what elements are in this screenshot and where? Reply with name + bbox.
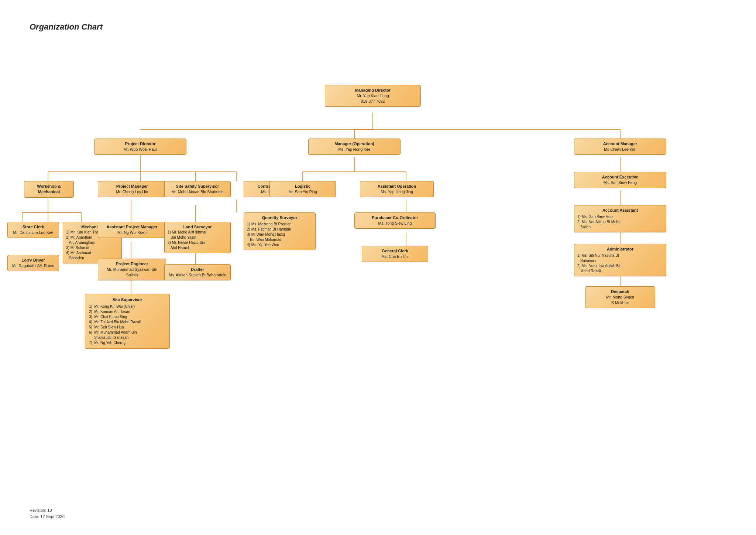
despatch-title: Despatch (588, 289, 652, 294)
general-clerk-box: General Clerk Ms. Cha En Chi (362, 246, 428, 262)
account-assistant-box: Account Assistant 1) Ms. Gan Siew Hoon 2… (574, 205, 666, 232)
project-engineer-box: Project Engineer Mr. Muhammad Syazwan Bi… (98, 259, 166, 280)
project-director-title: Project Director (97, 141, 183, 147)
workshop-mechanical-label: Mechanical (27, 189, 71, 195)
purchaser-coordinator-box: Purchaser Co-Ordinator Ms. Tong Siew Lin… (354, 212, 436, 229)
lorry-driver-title: Lorry Driver (11, 258, 56, 263)
store-clerk-title: Store Clerk (11, 224, 56, 230)
administrator-box: Administrator 1) Ms. Siti Nur Nasuha Bt … (574, 244, 666, 276)
site-safety-name: Mr. Mohd Aiman Bin Shabudin (168, 189, 227, 195)
account-executive-name: Ms. Sim Siow Feng (577, 180, 663, 185)
manager-operation-box: Manager (Operation) Ms. Yap Hong Kee (308, 139, 401, 155)
manager-operation-name: Ms. Yap Hong Kee (312, 147, 397, 152)
manager-operation-title: Manager (Operation) (312, 141, 397, 147)
drafter-title: Drafter (168, 267, 227, 272)
assistant-operation-title: Assistant Operation (363, 184, 430, 189)
lorry-driver-name: Mr. Ragubathi A/L Ramu (11, 263, 56, 269)
account-manager-name: Ms Chiew Lee Kim (577, 147, 663, 152)
land-surveyor-box: Land Surveyor 1) Mr. Mohd Aliff Ikhmal B… (164, 222, 231, 253)
connector-lines (0, 41, 756, 521)
land-surveyor-title: Land Surveyor (168, 224, 227, 230)
revision: Revision: 10 (30, 507, 65, 514)
general-clerk-title: General Clerk (365, 248, 425, 254)
account-assistant-names: 1) Ms. Gan Siew Hoon 2) Ms. Nor Atikah B… (577, 214, 663, 230)
account-assistant-title: Account Assistant (577, 208, 663, 213)
administrator-title: Administrator (577, 246, 663, 252)
managing-director-box: Managing Director Mr. Yap Kian Hong 019-… (325, 85, 421, 107)
managing-director-name: Mr. Yap Kian Hong (328, 93, 417, 99)
quantity-surveyor-title: Quantity Surveyor (247, 215, 312, 221)
purchaser-name: Ms. Tong Siew Ling (358, 221, 432, 226)
land-surveyor-names: 1) Mr. Mohd Aliff Ikhmal Bin Mohd Yasin … (168, 230, 227, 251)
account-manager-box: Account Manager Ms Chiew Lee Kim (574, 139, 666, 155)
asst-pm-title: Assistant Project Manager (101, 224, 163, 230)
quantity-surveyor-names: 1) Ms. Mazrena Bt Rosslan 2) Ms. Fatimah… (247, 222, 312, 248)
date: Date: 17 Sept 2020 (30, 514, 65, 520)
workshop-title: Workshop & (27, 184, 71, 189)
site-supervisor-title: Site Supervisor (89, 297, 166, 303)
account-executive-title: Account Executive (577, 174, 663, 180)
despatch-box: Despatch Mr. Mohd SyukriB Mokhtar (585, 286, 655, 308)
store-clerk-box: Store Clerk Mr. Derick Lim Luo Kee (7, 222, 59, 238)
account-executive-box: Account Executive Ms. Sim Siow Feng (574, 172, 666, 188)
assistant-operation-name: Ms. Yap Hong Jing (363, 189, 430, 195)
site-supervisor-box: Site Supervisor 1) Mr. Kong Kin Wai (Chi… (85, 294, 170, 349)
project-manager-title: Project Manager (101, 184, 163, 189)
drafter-name: Ms. Aiasah Supiah Bt Baharuddin (168, 272, 227, 278)
project-director-name: Mr. Woo Woei Haur (97, 147, 183, 152)
general-clerk-name: Ms. Cha En Chi (365, 254, 425, 259)
managing-director-phone: 019-377 7022 (328, 99, 417, 104)
project-manager-box: Project Manager Mr. Chong Loy Hin (98, 181, 166, 197)
project-engineer-name: Mr. Muhammad Syazwan Bin Solihin (101, 267, 163, 277)
logistic-box: Logistic Mr. Soo Yin Ping (269, 181, 336, 197)
project-engineer-title: Project Engineer (101, 261, 163, 267)
workshop-mechanical-box: Workshop & Mechanical (24, 181, 74, 198)
site-safety-box: Site Safety Supervisor Mr. Mohd Aiman Bi… (164, 181, 231, 197)
managing-director-title: Managing Director (328, 88, 417, 93)
logistic-name: Mr. Soo Yin Ping (273, 189, 333, 195)
administrator-names: 1) Ms. Siti Nur Nasuha Bt Suhaimin 2) Ms… (577, 253, 663, 274)
asst-pm-name: Mr. Ng Wui Kuen (101, 230, 163, 235)
page-title: Organization Chart (30, 22, 103, 32)
despatch-name: Mr. Mohd SyukriB Mokhtar (588, 294, 652, 305)
footer: Revision: 10 Date: 17 Sept 2020 (30, 507, 65, 520)
logistic-title: Logistic (273, 184, 333, 189)
drafter-box: Drafter Ms. Aiasah Supiah Bt Baharuddin (164, 264, 231, 280)
store-clerk-name: Mr. Derick Lim Luo Kee (11, 230, 56, 235)
lorry-driver-box: Lorry Driver Mr. Ragubathi A/L Ramu (7, 255, 59, 271)
project-director-box: Project Director Mr. Woo Woei Haur (94, 139, 186, 155)
project-manager-name: Mr. Chong Loy Hin (101, 189, 163, 195)
site-supervisor-names: 1) Mr. Kong Kin Wai (Chief) 2) Mr. Kanna… (89, 304, 166, 345)
quantity-surveyor-box: Quantity Surveyor 1) Ms. Mazrena Bt Ross… (244, 212, 316, 250)
purchaser-title: Purchaser Co-Ordinator (358, 215, 432, 221)
account-manager-title: Account Manager (577, 141, 663, 147)
assistant-operation-box: Assistant Operation Ms. Yap Hong Jing (360, 181, 434, 197)
asst-project-manager-box: Assistant Project Manager Mr. Ng Wui Kue… (98, 222, 166, 238)
site-safety-title: Site Safety Supervisor (168, 184, 227, 189)
